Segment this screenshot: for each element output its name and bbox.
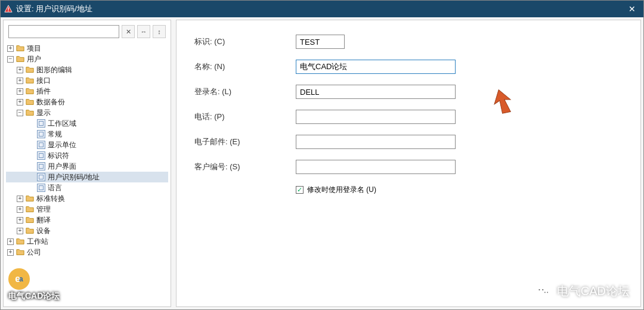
folder-icon: [26, 108, 34, 117]
row-login: 登录名: (L): [194, 85, 623, 99]
tree-node-device[interactable]: +设备: [6, 225, 168, 236]
tree-node-display[interactable]: −显示: [6, 107, 168, 118]
titlebar: 设置: 用户识别码/地址 ✕: [1, 1, 643, 17]
tree-node-interface[interactable]: +接口: [6, 75, 168, 86]
settings-dialog: 设置: 用户识别码/地址 ✕ ✕ ↔ ↕ +项目 −用户 +图形的编辑 +接口 …: [0, 0, 644, 310]
tree-node-language[interactable]: 语言: [6, 182, 168, 193]
tree-node-std-conv[interactable]: +标准转换: [6, 193, 168, 204]
label-login: 登录名: (L): [194, 86, 296, 97]
folder-icon: [16, 55, 24, 63]
svg-rect-1: [8, 7, 8, 10]
tree-node-manage[interactable]: +管理: [6, 204, 168, 215]
value-ident: TEST: [296, 35, 345, 49]
input-phone[interactable]: [296, 110, 456, 124]
page-icon: [37, 141, 45, 149]
folder-icon: [26, 98, 34, 106]
label-phone: 电话: (P): [194, 111, 296, 122]
row-ident: 标识: (C) TEST: [194, 35, 623, 49]
form-panel: 标识: (C) TEST 名称: (N) 登录名: (L) 电话: (P) 电子…: [176, 20, 641, 307]
expand-button[interactable]: ↔: [137, 25, 150, 38]
label-cust: 客户编号: (S): [194, 162, 296, 172]
checkbox-label: 修改时使用登录名 (U): [307, 185, 376, 195]
tree-node-user[interactable]: −用户: [6, 54, 168, 64]
page-icon: [37, 184, 45, 192]
label-name: 名称: (N): [194, 61, 296, 72]
folder-icon: [26, 194, 34, 203]
input-cust[interactable]: [296, 160, 456, 174]
tree-node-general[interactable]: 常规: [6, 129, 168, 140]
tree-node-plugins[interactable]: +插件: [6, 86, 168, 97]
row-checkbox: ✓ 修改时使用登录名 (U): [296, 185, 623, 195]
collapse-button[interactable]: ↕: [153, 25, 166, 38]
tree-node-userui[interactable]: 用户界面: [6, 161, 168, 172]
row-email: 电子邮件: (E): [194, 135, 623, 149]
label-email: 电子邮件: (E): [194, 137, 296, 147]
input-name[interactable]: [296, 60, 456, 74]
search-input[interactable]: [8, 25, 119, 38]
warning-icon: [4, 5, 13, 13]
clear-search-button[interactable]: ✕: [122, 25, 135, 38]
tree-node-workstation[interactable]: +工作站: [6, 236, 168, 247]
tree-node-userid-addr[interactable]: 用户识别码/地址: [6, 172, 168, 182]
svg-rect-2: [8, 11, 8, 11]
page-icon: [37, 162, 45, 170]
dialog-title: 设置: 用户识别码/地址: [16, 4, 624, 14]
tree-node-data-backup[interactable]: +数据备份: [6, 97, 168, 107]
folder-icon: [26, 66, 34, 74]
tree-toolbar: ✕ ↔ ↕: [4, 20, 171, 42]
close-icon[interactable]: ✕: [624, 4, 640, 14]
left-panel: ✕ ↔ ↕ +项目 −用户 +图形的编辑 +接口 +插件 +数据备份 −显示 工…: [3, 20, 171, 307]
page-icon: [37, 173, 45, 181]
folder-icon: [26, 227, 34, 235]
nav-tree: +项目 −用户 +图形的编辑 +接口 +插件 +数据备份 −显示 工作区域 常规…: [4, 42, 171, 306]
row-name: 名称: (N): [194, 60, 623, 74]
input-email[interactable]: [296, 135, 456, 149]
page-icon: [37, 130, 45, 138]
tree-node-units[interactable]: 显示单位: [6, 140, 168, 150]
folder-icon: [16, 248, 24, 256]
folder-icon: [26, 216, 34, 224]
dialog-body: ✕ ↔ ↕ +项目 −用户 +图形的编辑 +接口 +插件 +数据备份 −显示 工…: [1, 17, 643, 309]
tree-node-graphic-edit[interactable]: +图形的编辑: [6, 64, 168, 75]
checkbox-use-login[interactable]: ✓: [296, 186, 304, 194]
page-icon: [37, 151, 45, 160]
folder-icon: [26, 76, 34, 85]
input-login[interactable]: [296, 85, 456, 99]
row-phone: 电话: (P): [194, 110, 623, 124]
tree-node-translate[interactable]: +翻译: [6, 215, 168, 225]
folder-icon: [26, 87, 34, 95]
tree-node-workarea[interactable]: 工作区域: [6, 118, 168, 129]
tree-node-project[interactable]: +项目: [6, 43, 168, 54]
folder-icon: [26, 205, 34, 213]
tree-node-ident[interactable]: 标识符: [6, 150, 168, 161]
folder-icon: [16, 44, 24, 52]
tree-node-company[interactable]: +公司: [6, 247, 168, 258]
page-icon: [37, 119, 45, 128]
folder-icon: [16, 237, 24, 246]
row-cust: 客户编号: (S): [194, 160, 623, 174]
label-ident: 标识: (C): [194, 36, 296, 47]
